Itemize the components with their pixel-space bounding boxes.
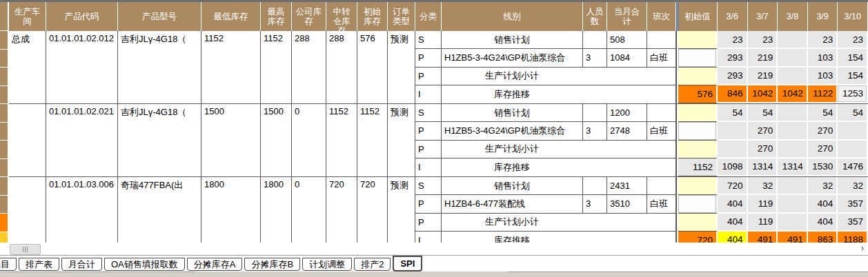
col-header-code[interactable]: 产品代码 bbox=[46, 2, 118, 31]
col-header-staff[interactable]: 人员数 bbox=[583, 2, 607, 31]
day-value-cell-3/6[interactable]: 23 bbox=[718, 31, 748, 49]
day-value-cell-3/9[interactable]: 103 bbox=[808, 49, 838, 67]
workshop-cell[interactable] bbox=[9, 177, 46, 243]
day-value-cell-3/8[interactable]: 491 bbox=[778, 232, 808, 243]
day-value-cell-3/9[interactable]: 270 bbox=[808, 122, 838, 140]
initial-value-cell[interactable] bbox=[678, 195, 718, 213]
month-total-cell[interactable]: 1200 bbox=[607, 104, 647, 122]
line-name-cell[interactable]: 库存推移 bbox=[442, 85, 676, 103]
category-cell[interactable]: P bbox=[415, 68, 442, 85]
line-name-cell[interactable]: H1ZB5-3-4G24\GP机油泵综合 bbox=[442, 122, 583, 140]
initial-value-cell[interactable] bbox=[678, 141, 718, 158]
initial-value-cell[interactable]: 1152 bbox=[678, 158, 718, 176]
day-value-cell-3/9[interactable]: 1122 bbox=[808, 85, 838, 103]
col-header-d0[interactable]: 3/6 bbox=[718, 2, 748, 31]
day-value-cell-3/10[interactable]: 1476 bbox=[838, 158, 868, 176]
day-value-cell-3/7[interactable]: 32 bbox=[748, 177, 778, 195]
day-value-cell-3/9[interactable]: 1530 bbox=[808, 158, 838, 176]
day-value-cell-3/10[interactable] bbox=[838, 141, 868, 158]
month-total-cell[interactable]: 508 bbox=[607, 31, 647, 49]
product-model-cell[interactable]: 奇瑞477FBA(出 bbox=[118, 177, 201, 243]
line-name-cell[interactable]: 库存推移 bbox=[442, 232, 676, 243]
initial-stock-cell[interactable]: 576 bbox=[357, 31, 388, 103]
sheet-tab-SPI[interactable]: SPI bbox=[393, 256, 422, 271]
col-header-ws[interactable]: 生产车间 bbox=[9, 2, 46, 31]
strip-cell[interactable] bbox=[0, 68, 8, 86]
day-value-cell-3/6[interactable]: 404 bbox=[718, 232, 748, 243]
month-total-cell[interactable]: 3510 bbox=[607, 195, 647, 213]
min-stock-cell[interactable]: 1500 bbox=[201, 104, 261, 176]
sheet-tab-品目[interactable]: 品目 bbox=[0, 258, 17, 271]
day-value-cell-3/6[interactable]: 54 bbox=[718, 104, 748, 122]
category-cell[interactable]: P bbox=[415, 49, 442, 67]
product-code-cell[interactable]: 01.01.01.03.006 bbox=[46, 177, 118, 243]
shift-cell[interactable] bbox=[647, 104, 676, 122]
product-code-cell[interactable]: 01.01.01.02.012 bbox=[46, 31, 118, 103]
sheet-tab-计划调整[interactable]: 计划调整 bbox=[302, 258, 352, 271]
day-value-cell-3/10[interactable] bbox=[838, 122, 868, 140]
order-type-cell[interactable]: 预测 bbox=[388, 31, 415, 103]
shift-cell[interactable]: 白班 bbox=[647, 122, 676, 140]
col-header-d4[interactable]: 3/10 bbox=[838, 2, 868, 31]
category-cell[interactable]: I bbox=[415, 85, 442, 103]
day-value-cell-3/7[interactable]: 23 bbox=[748, 31, 778, 49]
day-value-cell-3/6[interactable]: 846 bbox=[718, 85, 748, 103]
day-value-cell-3/6[interactable] bbox=[718, 122, 748, 140]
category-cell[interactable]: I bbox=[415, 158, 442, 176]
day-value-cell-3/6[interactable]: 293 bbox=[718, 68, 748, 85]
strip-cell[interactable] bbox=[0, 123, 8, 141]
strip-cell[interactable] bbox=[0, 214, 8, 232]
scroll-right-arrow-icon[interactable]: › bbox=[861, 243, 864, 253]
line-name-cell[interactable]: 销售计划 bbox=[442, 177, 583, 195]
day-value-cell-3/10[interactable]: 1188 bbox=[838, 232, 868, 243]
company-stock-cell[interactable]: 0 bbox=[292, 177, 326, 243]
initial-stock-cell[interactable]: 720 bbox=[357, 177, 388, 243]
day-value-cell-3/7[interactable]: 1314 bbox=[748, 158, 778, 176]
workshop-cell[interactable]: 总成 bbox=[9, 31, 46, 103]
day-value-cell-3/8[interactable]: 1042 bbox=[778, 85, 808, 103]
day-value-cell-3/7[interactable]: 270 bbox=[748, 122, 778, 140]
day-value-cell-3/10[interactable]: 32 bbox=[838, 177, 868, 195]
day-value-cell-3/7[interactable]: 119 bbox=[748, 195, 778, 213]
strip-cell[interactable] bbox=[0, 86, 8, 105]
day-value-cell-3/8[interactable] bbox=[778, 141, 808, 158]
line-name-cell[interactable]: H1ZB4-6-477装配线 bbox=[442, 195, 583, 213]
col-header-min[interactable]: 最低库存 bbox=[201, 2, 261, 31]
min-stock-cell[interactable]: 1800 bbox=[201, 177, 261, 243]
col-header-d3[interactable]: 3/9 bbox=[808, 2, 838, 31]
day-value-cell-3/8[interactable] bbox=[778, 49, 808, 67]
line-name-cell[interactable]: 生产计划小计 bbox=[442, 68, 676, 85]
category-cell[interactable]: P bbox=[415, 141, 442, 158]
initial-value-cell[interactable] bbox=[678, 49, 718, 67]
strip-cell[interactable] bbox=[0, 104, 8, 123]
strip-cell[interactable] bbox=[0, 50, 8, 68]
max-stock-cell[interactable]: 1500 bbox=[261, 104, 292, 176]
company-stock-cell[interactable]: 288 bbox=[292, 31, 326, 103]
sheet-tab-排产2[interactable]: 排产2 bbox=[354, 258, 391, 271]
day-value-cell-3/7[interactable]: 219 bbox=[748, 68, 778, 85]
initial-value-cell[interactable]: 576 bbox=[678, 85, 718, 103]
col-header-istock[interactable]: 初始库存 bbox=[357, 2, 388, 31]
day-value-cell-3/10[interactable]: 357 bbox=[838, 214, 868, 232]
day-value-cell-3/8[interactable] bbox=[778, 31, 808, 49]
day-value-cell-3/9[interactable]: 404 bbox=[808, 214, 838, 232]
category-cell[interactable]: S bbox=[415, 104, 442, 122]
day-value-cell-3/8[interactable] bbox=[778, 104, 808, 122]
line-name-cell[interactable]: 销售计划 bbox=[442, 31, 583, 49]
day-value-cell-3/10[interactable]: 54 bbox=[838, 104, 868, 122]
day-value-cell-3/9[interactable]: 404 bbox=[808, 195, 838, 213]
horizontal-scrollbar[interactable]: › bbox=[0, 243, 868, 256]
workshop-cell[interactable] bbox=[9, 104, 46, 176]
day-value-cell-3/8[interactable] bbox=[778, 195, 808, 213]
initial-value-cell[interactable] bbox=[678, 68, 718, 85]
sheet-tab-排产表[interactable]: 排产表 bbox=[19, 258, 59, 271]
day-value-cell-3/8[interactable] bbox=[778, 177, 808, 195]
day-value-cell-3/7[interactable]: 270 bbox=[748, 141, 778, 158]
day-value-cell-3/8[interactable]: 1314 bbox=[778, 158, 808, 176]
day-value-cell-3/9[interactable]: 23 bbox=[808, 31, 838, 49]
staff-count-cell[interactable]: 3 bbox=[583, 195, 607, 213]
initial-value-cell[interactable] bbox=[678, 214, 718, 232]
product-model-cell[interactable]: 吉利JLγ-4G18（ bbox=[118, 31, 201, 103]
category-cell[interactable]: P bbox=[415, 195, 442, 213]
col-header-otype[interactable]: 订单类型 bbox=[388, 2, 415, 31]
